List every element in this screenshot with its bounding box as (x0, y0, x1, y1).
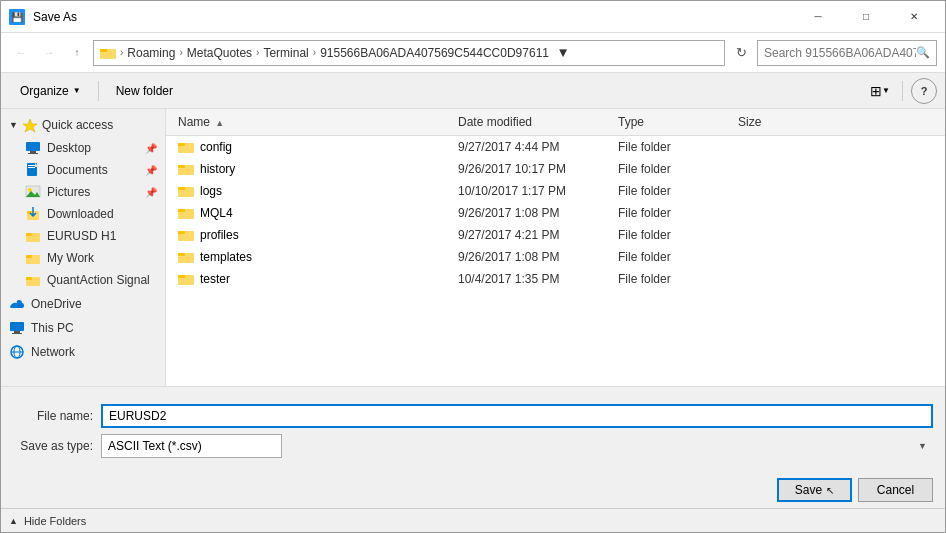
svg-rect-3 (100, 49, 107, 52)
thispc-icon (9, 320, 25, 336)
folder-icon (178, 139, 194, 155)
svg-rect-35 (178, 209, 185, 212)
select-dropdown-icon: ▼ (918, 441, 927, 451)
sidebar-item-thispc[interactable]: This PC (1, 317, 165, 339)
file-name-cell: config (174, 137, 454, 157)
table-row[interactable]: logs 10/10/2017 1:17 PM File folder (166, 180, 945, 202)
status-bar[interactable]: ▲ Hide Folders (1, 508, 945, 532)
file-name: config (200, 140, 232, 154)
sidebar-section-quick-access: ▼ Quick access Desktop 📌 (1, 113, 165, 291)
file-date-cell: 9/27/2017 4:21 PM (454, 226, 614, 244)
save-button[interactable]: Save ↖ (777, 478, 852, 502)
file-type-cell: File folder (614, 226, 734, 244)
breadcrumb-metaquotes[interactable]: MetaQuotes (187, 46, 252, 60)
sidebar-item-quantaction[interactable]: QuantAction Signal (1, 269, 165, 291)
sidebar-item-onedrive[interactable]: OneDrive (1, 293, 165, 315)
table-row[interactable]: profiles 9/27/2017 4:21 PM File folder (166, 224, 945, 246)
view-toggle-button[interactable]: ⊞ ▼ (866, 77, 894, 105)
breadcrumb-bar[interactable]: › Roaming › MetaQuotes › Terminal › 9155… (93, 40, 725, 66)
back-button[interactable]: ← (9, 41, 33, 65)
toolbar-divider-2 (902, 81, 903, 101)
forward-button[interactable]: → (37, 41, 61, 65)
file-date-cell: 9/26/2017 10:17 PM (454, 160, 614, 178)
file-name-cell: templates (174, 247, 454, 267)
file-name: templates (200, 250, 252, 264)
table-row[interactable]: tester 10/4/2017 1:35 PM File folder (166, 268, 945, 290)
col-type-header[interactable]: Type (614, 111, 734, 133)
folder-icon (178, 271, 194, 287)
breadcrumb-roaming[interactable]: Roaming (127, 46, 175, 60)
breadcrumb-terminal[interactable]: Terminal (263, 46, 308, 60)
sidebar-item-desktop[interactable]: Desktop 📌 (1, 137, 165, 159)
maximize-button[interactable]: □ (843, 1, 889, 33)
file-type-cell: File folder (614, 248, 734, 266)
file-size-cell (734, 189, 814, 193)
file-date-cell: 9/26/2017 1:08 PM (454, 204, 614, 222)
svg-rect-23 (14, 331, 20, 333)
sort-arrow: ▲ (215, 118, 224, 128)
save-as-dialog: 💾 Save As ─ □ ✕ ← → ↑ › Roaming › MetaQu… (0, 0, 946, 533)
svg-rect-5 (26, 142, 40, 151)
file-list-header: Name ▲ Date modified Type Size (166, 109, 945, 136)
cursor-icon: ↖ (826, 485, 834, 496)
sidebar-item-pictures[interactable]: Pictures 📌 (1, 181, 165, 203)
svg-point-12 (28, 188, 32, 192)
help-button[interactable]: ? (911, 78, 937, 104)
toolbar: Organize ▼ New folder ⊞ ▼ ? (1, 73, 945, 109)
breadcrumb-folder-id[interactable]: 915566BA06ADA407569C544CC0D97611 (320, 46, 549, 60)
sidebar-item-network[interactable]: Network (1, 341, 165, 363)
svg-rect-9 (28, 165, 35, 166)
sidebar-section-thispc: This PC (1, 317, 165, 339)
organize-dropdown-icon: ▼ (73, 86, 81, 95)
address-bar: ← → ↑ › Roaming › MetaQuotes › Terminal … (1, 33, 945, 73)
table-row[interactable]: templates 9/26/2017 1:08 PM File folder (166, 246, 945, 268)
svg-rect-6 (30, 151, 36, 153)
save-as-type-row: Save as type: ASCII Text (*.csv) CSV (Co… (13, 434, 933, 458)
col-name-header[interactable]: Name ▲ (174, 111, 454, 133)
refresh-button[interactable]: ↻ (729, 41, 753, 65)
filename-input[interactable] (101, 404, 933, 428)
file-date-cell: 9/26/2017 1:08 PM (454, 248, 614, 266)
sidebar-item-documents-label: Documents (47, 163, 108, 177)
table-row[interactable]: config 9/27/2017 4:44 PM File folder (166, 136, 945, 158)
new-folder-label: New folder (116, 84, 173, 98)
svg-rect-39 (178, 253, 185, 256)
network-icon (9, 344, 25, 360)
file-name-cell: MQL4 (174, 203, 454, 223)
organize-button[interactable]: Organize ▼ (9, 77, 92, 105)
quantaction-icon (25, 272, 41, 288)
close-button[interactable]: ✕ (891, 1, 937, 33)
sidebar-item-downloaded[interactable]: Downloaded (1, 203, 165, 225)
sidebar-item-documents[interactable]: Documents 📌 (1, 159, 165, 181)
cancel-button[interactable]: Cancel (858, 478, 933, 502)
quick-access-collapse-icon: ▼ (9, 120, 18, 130)
new-folder-button[interactable]: New folder (105, 77, 184, 105)
svg-rect-33 (178, 187, 185, 190)
downloaded-icon (25, 206, 41, 222)
file-type-cell: File folder (614, 270, 734, 288)
window-icon: 💾 (9, 9, 25, 25)
sidebar-item-my-work[interactable]: My Work (1, 247, 165, 269)
sidebar-section-quick-access-header[interactable]: ▼ Quick access (1, 113, 165, 137)
sidebar-item-eurusd[interactable]: EURUSD H1 (1, 225, 165, 247)
search-input[interactable] (764, 46, 916, 60)
minimize-button[interactable]: ─ (795, 1, 841, 33)
search-box[interactable]: 🔍 (757, 40, 937, 66)
file-date-cell: 10/4/2017 1:35 PM (454, 270, 614, 288)
save-as-type-select[interactable]: ASCII Text (*.csv) CSV (Comma delimited)… (101, 434, 282, 458)
table-row[interactable]: MQL4 9/26/2017 1:08 PM File folder (166, 202, 945, 224)
folder-icon (178, 161, 194, 177)
sidebar-section-network: Network (1, 341, 165, 363)
pin-icon-docs: 📌 (145, 165, 157, 176)
breadcrumb-dropdown-button[interactable]: ▼ (553, 43, 573, 63)
col-size-header[interactable]: Size (734, 111, 814, 133)
table-row[interactable]: history 9/26/2017 10:17 PM File folder (166, 158, 945, 180)
sidebar-item-downloaded-label: Downloaded (47, 207, 114, 221)
view-dropdown-icon: ▼ (882, 86, 890, 95)
file-name: MQL4 (200, 206, 233, 220)
sidebar-item-onedrive-label: OneDrive (31, 297, 82, 311)
col-date-header[interactable]: Date modified (454, 111, 614, 133)
breadcrumb-separator: › (120, 47, 123, 58)
up-button[interactable]: ↑ (65, 41, 89, 65)
search-icon: 🔍 (916, 46, 930, 59)
